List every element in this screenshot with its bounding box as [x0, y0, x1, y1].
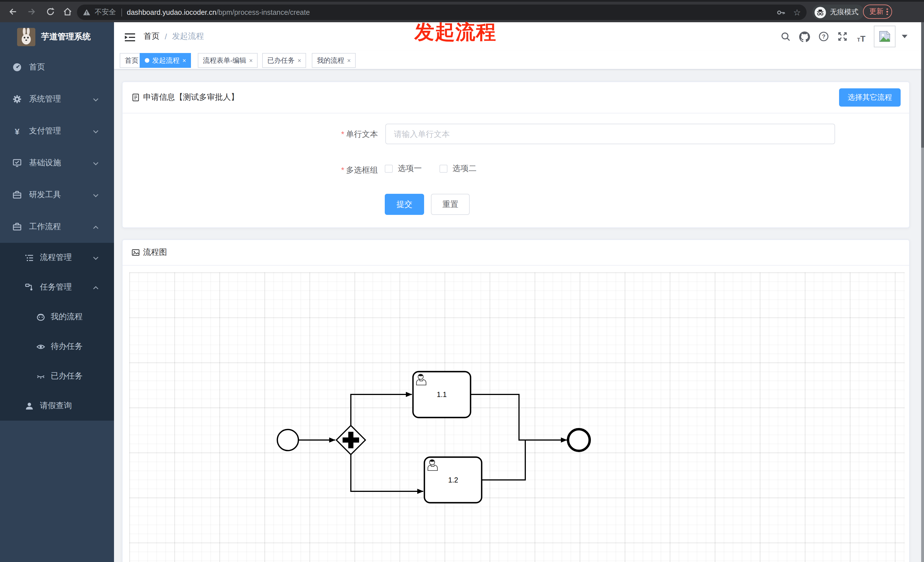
chevron-down-icon: [92, 192, 99, 198]
avatar-caret-icon[interactable]: [902, 35, 908, 38]
sidebar-item-label: 支付管理: [29, 126, 61, 136]
chevron-up-icon: [92, 284, 99, 291]
checkbox-label: 选项二: [453, 163, 477, 174]
chevron-down-icon: [92, 160, 99, 166]
checkbox-group-label: *多选框组: [252, 165, 378, 175]
bpmn-start-event: [278, 430, 298, 451]
browser-forward-button[interactable]: [24, 4, 38, 18]
close-icon[interactable]: ×: [182, 57, 186, 64]
sidebar-item-label: 请假查询: [40, 401, 72, 411]
tab-form-edit[interactable]: 流程表单-编辑 ×: [198, 53, 258, 68]
reset-button[interactable]: 重置: [431, 194, 470, 215]
sidebar-collapse-icon[interactable]: [124, 31, 136, 43]
checkbox-box[interactable]: [385, 165, 393, 173]
flow-gateway-to-task2: [351, 454, 423, 491]
breadcrumb-home[interactable]: 首页: [144, 31, 160, 42]
breadcrumb-separator: /: [165, 32, 167, 41]
chevron-down-icon: [92, 128, 99, 135]
sidebar-item-payment[interactable]: ¥ 支付管理: [0, 115, 114, 147]
browser-back-button[interactable]: [6, 4, 20, 18]
bpmn-diagram: 1.1 1.2: [129, 273, 904, 562]
tab-label: 首页: [125, 55, 138, 65]
browser-home-button[interactable]: [60, 4, 74, 18]
sidebar-item-label: 待办任务: [51, 342, 82, 352]
bookmark-star-icon[interactable]: ☆: [793, 7, 801, 17]
browser-menu-icon[interactable]: [886, 9, 888, 15]
sidebar-item-infra[interactable]: 基础设施: [0, 147, 114, 179]
sidebar-item-devtools[interactable]: 研发工具: [0, 179, 114, 211]
close-icon[interactable]: ×: [249, 57, 253, 64]
briefcase-icon: [12, 222, 22, 231]
bpmn-canvas[interactable]: 1.1 1.2: [129, 273, 904, 562]
sidebar-item-workflow[interactable]: 工作流程: [0, 211, 114, 243]
close-icon[interactable]: ×: [347, 57, 351, 64]
dashboard-icon: [12, 63, 22, 72]
tree-list-icon: [24, 253, 34, 262]
sidebar-item-label: 任务管理: [40, 282, 72, 292]
address-bar[interactable]: 不安全 dashboard.yudao.iocoder.cn/bpm/proce…: [77, 4, 807, 20]
tab-my-process[interactable]: 我的流程 ×: [312, 53, 356, 68]
scrollbar-thumb[interactable]: [921, 22, 924, 148]
checkbox-option-2[interactable]: 选项二: [440, 163, 477, 174]
checkbox-option-1[interactable]: 选项一: [385, 163, 422, 174]
sidebar-item-home[interactable]: 首页: [0, 51, 114, 83]
sidebar-item-label: 研发工具: [29, 190, 61, 200]
browser-update-button[interactable]: 更新: [863, 4, 892, 19]
avatar[interactable]: [874, 25, 896, 47]
user-icon: [24, 401, 34, 411]
sidebar-item-label: 流程管理: [40, 252, 72, 263]
sidebar-item-done-task[interactable]: 已办任务: [0, 361, 114, 391]
gear-icon: [12, 94, 22, 104]
help-icon[interactable]: ?: [818, 30, 830, 43]
close-icon[interactable]: ×: [297, 57, 301, 64]
tab-start-process[interactable]: 发起流程 ×: [140, 53, 191, 68]
sidebar-item-leave-query[interactable]: 请假查询: [0, 391, 114, 421]
url-host: dashboard.yudao.iocoder.cn: [127, 8, 216, 16]
red-annotation-text: 发起流程: [414, 19, 496, 46]
page-scrollbar[interactable]: [921, 22, 924, 562]
sidebar-item-label: 已办任务: [51, 371, 82, 381]
url-path: /bpm/process-instance/create: [216, 8, 310, 16]
sidebar-item-label: 我的流程: [51, 312, 82, 322]
choose-other-process-button[interactable]: 选择其它流程: [839, 88, 901, 106]
toolbox-icon: [12, 190, 22, 199]
sidebar-item-label: 基础设施: [29, 158, 61, 168]
chevron-down-icon: [92, 96, 99, 103]
browser-reload-button[interactable]: [44, 4, 57, 18]
sidebar-item-my-process[interactable]: 我的流程: [0, 302, 114, 332]
eye-closed-icon: [36, 372, 45, 381]
search-icon[interactable]: [779, 30, 792, 43]
sidebar-item-label: 工作流程: [29, 222, 61, 232]
tab-done-task[interactable]: 已办任务 ×: [262, 53, 306, 68]
broken-image-icon: [878, 30, 891, 43]
process-diagram-card: 流程图: [122, 240, 910, 562]
sidebar-item-process-mgmt[interactable]: 流程管理: [0, 243, 114, 273]
logo-avatar: [17, 28, 35, 46]
font-size-icon[interactable]: TT: [855, 30, 868, 43]
task-label: 1.1: [437, 390, 447, 399]
card-title: 流程图: [143, 247, 167, 258]
checkbox-box[interactable]: [440, 165, 447, 173]
password-key-icon[interactable]: [776, 8, 785, 17]
eye-icon: [36, 342, 45, 351]
task-label: 1.2: [448, 476, 458, 484]
picture-icon: [132, 249, 140, 256]
sidebar-logo[interactable]: 芋道管理系统: [0, 22, 114, 51]
sidebar-item-todo-task[interactable]: 待办任务: [0, 332, 114, 361]
svg-text:?: ?: [822, 33, 825, 40]
required-asterisk: *: [341, 129, 344, 138]
document-icon: [132, 93, 140, 102]
sidebar-item-system[interactable]: 系统管理: [0, 83, 114, 115]
single-line-text-input[interactable]: [386, 124, 835, 144]
github-icon[interactable]: [798, 30, 811, 43]
security-label: 不安全: [94, 7, 116, 17]
submit-button[interactable]: 提交: [385, 194, 424, 215]
sidebar-item-task-mgmt[interactable]: 任务管理: [0, 273, 114, 302]
fullscreen-icon[interactable]: [836, 30, 849, 43]
checkbox-label: 选项一: [398, 163, 422, 174]
yen-icon: ¥: [12, 127, 22, 136]
chevron-up-icon: [92, 223, 99, 230]
required-asterisk: *: [341, 165, 344, 174]
tab-label: 我的流程: [317, 55, 344, 65]
app-title: 芋道管理系统: [41, 31, 91, 42]
